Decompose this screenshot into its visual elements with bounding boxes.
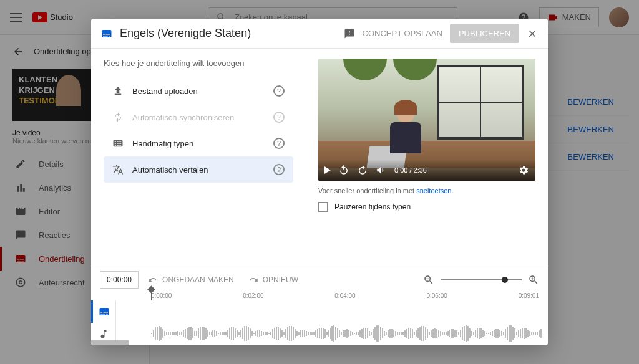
choose-text: Kies hoe je ondertiteling wilt toevoegen — [104, 59, 293, 68]
zoom-thumb[interactable] — [502, 277, 508, 283]
ruler-tick: 0:06:00 — [426, 292, 447, 299]
shortcut-hint: Voer sneller ondertiteling in met snelto… — [318, 187, 535, 194]
subtitles-icon — [101, 28, 112, 39]
hint-post: . — [451, 187, 453, 194]
feedback-icon[interactable] — [344, 28, 355, 39]
ruler-tick: 0:04:00 — [334, 292, 355, 299]
pause-row: Pauzeren tijdens typen — [318, 202, 535, 212]
player-time: 0:00 / 2:36 — [394, 166, 427, 174]
volume-icon[interactable] — [376, 165, 387, 176]
save-draft-button[interactable]: CONCEPT OPSLAAN — [363, 29, 442, 38]
undo-label: ONGEDAAN MAKEN — [162, 275, 234, 284]
video-player[interactable]: 0:00 / 2:36 — [318, 59, 535, 181]
timeline-toolbar: 0:00:00 ONGEDAAN MAKEN OPNIEUW — [91, 266, 548, 289]
option-label: Handmatig typen — [132, 139, 265, 148]
zoom-slider[interactable] — [441, 279, 522, 280]
play-icon[interactable] — [324, 166, 331, 174]
zoom-control — [423, 274, 539, 285]
dialog-left: Kies hoe je ondertiteling wilt toevoegen… — [91, 49, 306, 266]
hint-pre: Voer sneller ondertiteling in met — [318, 187, 416, 194]
track-body[interactable] — [116, 300, 548, 345]
pause-label: Pauzeren tijdens typen — [334, 203, 411, 211]
subtitle-track-icon[interactable] — [91, 300, 115, 323]
rewind-icon[interactable] — [338, 165, 349, 176]
undo-icon — [147, 274, 159, 285]
timecode-input[interactable]: 0:00:00 — [100, 271, 139, 289]
redo-icon — [248, 274, 259, 285]
keyboard-icon — [112, 138, 124, 149]
waveform — [151, 325, 542, 342]
help-icon[interactable]: ? — [273, 85, 285, 97]
option-label: Automatisch vertalen — [132, 165, 265, 175]
dialog-title: Engels (Verenigde Staten) — [120, 27, 251, 40]
timeline-ruler[interactable]: 0:00:00 0:02:00 0:04:00 0:06:00 0:09:01 — [91, 289, 548, 300]
player-controls: 0:00 / 2:36 — [318, 160, 535, 181]
dialog-header-right: CONCEPT OPSLAAN PUBLICEREN — [344, 24, 538, 43]
settings-icon[interactable] — [518, 165, 529, 176]
zoom-out-icon[interactable] — [423, 274, 434, 285]
option-upload[interactable]: Bestand uploaden ? — [104, 78, 293, 104]
help-icon[interactable]: ? — [273, 164, 285, 175]
subtitle-dialog: Engels (Verenigde Staten) CONCEPT OPSLAA… — [91, 19, 548, 345]
option-autosync: Automatisch synchroniseren ? — [104, 104, 293, 130]
ruler-tick: 0:00:00 — [151, 292, 172, 299]
dialog-header: Engels (Verenigde Staten) CONCEPT OPSLAA… — [91, 19, 548, 49]
shortcuts-link[interactable]: sneltoetsen — [416, 187, 451, 194]
undo-button[interactable]: ONGEDAAN MAKEN — [142, 272, 239, 288]
help-icon[interactable]: ? — [273, 138, 285, 149]
upload-icon — [112, 85, 124, 97]
dialog-right: 0:00 / 2:36 Voer sneller ondertiteling i… — [306, 49, 548, 266]
redo-label: OPNIEUW — [263, 275, 298, 284]
forward-icon[interactable] — [357, 165, 368, 176]
track-icons — [91, 300, 116, 345]
option-autotranslate[interactable]: Automatisch vertalen ? — [104, 156, 293, 183]
option-label: Bestand uploaden — [132, 87, 265, 96]
help-icon: ? — [273, 112, 285, 123]
close-icon[interactable] — [527, 28, 538, 39]
option-manual[interactable]: Handmatig typen ? — [104, 130, 293, 156]
ruler-tick: 0:09:01 — [519, 292, 539, 299]
ruler-tick: 0:02:00 — [243, 292, 263, 299]
translate-icon — [112, 164, 124, 175]
sync-icon — [112, 112, 124, 123]
redo-button[interactable]: OPNIEUW — [243, 272, 303, 288]
option-label: Automatisch synchroniseren — [132, 113, 265, 122]
timeline-tracks — [91, 300, 548, 345]
publish-button[interactable]: PUBLICEREN — [450, 24, 519, 43]
scrollbar-thumb[interactable] — [91, 340, 129, 345]
zoom-in-icon[interactable] — [528, 274, 539, 285]
pause-checkbox[interactable] — [318, 202, 328, 212]
dialog-body: Kies hoe je ondertiteling wilt toevoegen… — [91, 49, 548, 266]
